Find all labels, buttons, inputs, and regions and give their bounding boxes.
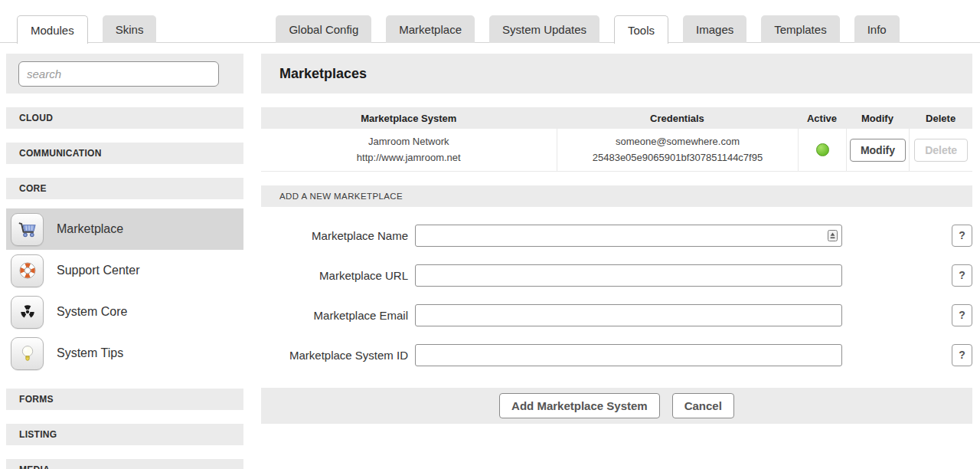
table-header-row: Marketplace System Credentials Active Mo…	[261, 107, 972, 129]
modify-button[interactable]: Modify	[850, 139, 906, 162]
sidebar-lower-sections: FORMS LISTING MEDIA	[6, 389, 243, 469]
page-title: Marketplaces	[279, 66, 367, 82]
tab-tools[interactable]: Tools	[614, 15, 668, 44]
sidebar-section-listing[interactable]: LISTING	[6, 424, 243, 445]
credentials-email: someone@somewhere.com	[616, 134, 740, 149]
marketplace-email-input[interactable]	[415, 304, 842, 326]
column-header-active: Active	[798, 107, 845, 129]
marketplace-email-help-button[interactable]: ?	[952, 304, 972, 326]
sidebar-item-label: System Tips	[57, 346, 123, 360]
sidebar-search-block	[6, 54, 243, 93]
credentials-key: 25483e05e9065901bf307851144c7f95	[593, 150, 763, 166]
marketplace-system-url: http://www.jamroom.net	[357, 150, 461, 166]
delete-button[interactable]: Delete	[914, 139, 968, 162]
add-marketplace-section-title: ADD A NEW MARKETPLACE	[279, 192, 403, 201]
tab-images[interactable]: Images	[683, 15, 746, 43]
marketplace-url-input[interactable]	[415, 264, 842, 287]
marketplace-system-id-label: Marketplace System ID	[261, 349, 408, 362]
marketplace-name-help-button[interactable]: ?	[952, 225, 972, 247]
sidebar-core-items: Marketplace Support Center	[6, 208, 243, 374]
tab-info[interactable]: Info	[854, 15, 900, 43]
cart-icon	[11, 213, 44, 246]
tab-global-config[interactable]: Global Config	[276, 15, 371, 43]
cell-modify: Modify	[846, 129, 910, 171]
tab-skins[interactable]: Skins	[103, 15, 157, 43]
form-row-marketplace-email: Marketplace Email ?	[261, 303, 972, 326]
marketplace-name-input[interactable]	[415, 225, 842, 247]
marketplace-name-input-wrap	[415, 225, 842, 247]
module-sidebar: CLOUD COMMUNICATION CORE Marketplace	[6, 54, 243, 469]
form-actions-bar: Add Marketplace System Cancel	[261, 388, 972, 424]
sidebar-item-label: Marketplace	[57, 222, 123, 236]
marketplace-system-id-input-wrap	[415, 344, 842, 366]
cell-marketplace-system: Jamroom Network http://www.jamroom.net	[261, 129, 557, 171]
top-tabbar: Modules Skins Global Config Marketplace …	[0, 15, 980, 44]
marketplace-url-help-button[interactable]: ?	[952, 264, 972, 287]
tab-marketplace[interactable]: Marketplace	[386, 15, 475, 43]
column-header-delete: Delete	[909, 107, 972, 129]
sidebar-section-forms[interactable]: FORMS	[6, 389, 243, 410]
marketplace-email-label: Marketplace Email	[261, 309, 408, 322]
tab-system-updates[interactable]: System Updates	[489, 15, 599, 43]
add-marketplace-section-header: ADD A NEW MARKETPLACE	[261, 185, 972, 207]
sidebar-section-media[interactable]: MEDIA	[6, 459, 243, 469]
sidebar-item-support-center[interactable]: Support Center	[6, 250, 243, 291]
tab-modules[interactable]: Modules	[17, 15, 88, 44]
search-input[interactable]	[18, 61, 219, 87]
radiation-icon	[11, 296, 44, 329]
sidebar-item-system-tips[interactable]: System Tips	[6, 333, 243, 374]
marketplace-system-name: Jamroom Network	[368, 134, 449, 149]
page-title-bar: Marketplaces	[261, 54, 972, 93]
tab-templates[interactable]: Templates	[761, 15, 839, 43]
sidebar-item-label: System Core	[57, 305, 127, 319]
table-row: Jamroom Network http://www.jamroom.net s…	[261, 129, 972, 172]
sidebar-item-system-core[interactable]: System Core	[6, 291, 243, 333]
sidebar-item-label: Support Center	[57, 264, 140, 277]
marketplace-name-label: Marketplace Name	[261, 229, 408, 242]
cell-delete: Delete	[909, 129, 972, 171]
marketplace-url-input-wrap	[415, 264, 842, 287]
lifebuoy-icon	[11, 254, 44, 287]
column-header-modify: Modify	[846, 107, 910, 129]
marketplace-email-input-wrap	[415, 304, 842, 326]
autofill-icon	[828, 230, 838, 241]
column-header-credentials: Credentials	[557, 107, 799, 129]
active-status-indicator	[816, 143, 829, 156]
sidebar-item-marketplace[interactable]: Marketplace	[6, 208, 243, 250]
main-content: Marketplaces Marketplace System Credenti…	[261, 54, 972, 424]
form-row-marketplace-url: Marketplace URL ?	[261, 264, 972, 287]
sidebar-section-cloud[interactable]: CLOUD	[6, 107, 243, 129]
sidebar-section-communication[interactable]: COMMUNICATION	[6, 143, 243, 164]
form-row-marketplace-system-id: Marketplace System ID ?	[261, 343, 972, 366]
marketplace-system-id-input[interactable]	[415, 344, 842, 366]
lightbulb-icon	[11, 337, 44, 370]
form-row-marketplace-name: Marketplace Name ?	[261, 224, 972, 247]
marketplace-url-label: Marketplace URL	[261, 269, 408, 282]
cell-credentials: someone@somewhere.com 25483e05e9065901bf…	[557, 129, 799, 171]
cell-active	[798, 129, 845, 171]
marketplace-system-id-help-button[interactable]: ?	[952, 344, 972, 366]
add-marketplace-system-button[interactable]: Add Marketplace System	[499, 393, 660, 418]
sidebar-section-core[interactable]: CORE	[6, 178, 243, 199]
marketplace-table: Marketplace System Credentials Active Mo…	[261, 107, 972, 172]
cancel-button[interactable]: Cancel	[672, 393, 734, 418]
column-header-marketplace-system: Marketplace System	[261, 107, 557, 129]
